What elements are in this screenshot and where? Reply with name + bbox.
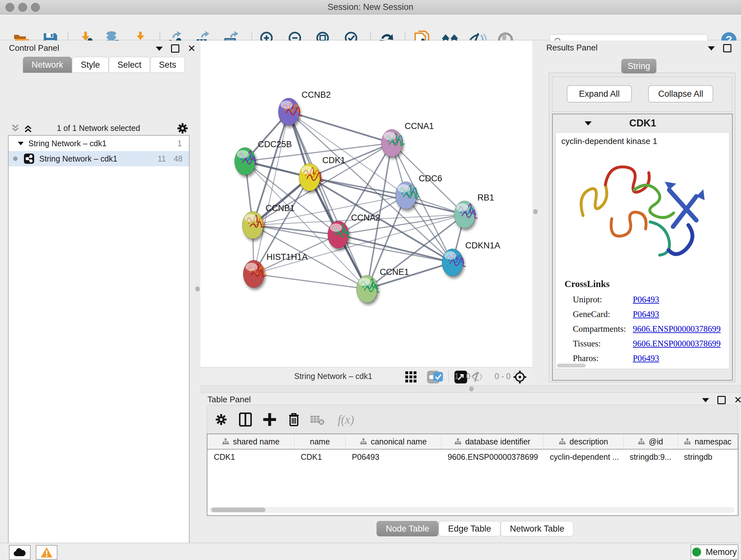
crosslink-value-link[interactable]: 9606.ENSP00000378699 xyxy=(633,324,721,334)
crosslink-value-link[interactable]: P06493 xyxy=(633,309,659,319)
crosslink-label: Pharos: xyxy=(573,354,633,363)
table-row[interactable]: CDK1CDK1P064939606.ENSP00000378699cyclin… xyxy=(207,449,738,464)
tab-style[interactable]: Style xyxy=(72,57,109,73)
collapse-all-button[interactable]: Collapse All xyxy=(648,85,713,103)
edge-CCNB2-CCNE1[interactable] xyxy=(289,112,367,289)
table-panel-title: Table Panel xyxy=(207,395,251,405)
table-hscrollbar-thumb[interactable] xyxy=(211,508,266,512)
show-columns-icon[interactable] xyxy=(238,411,253,428)
crosslink-value-link[interactable]: P06493 xyxy=(633,354,659,363)
table-gear-icon[interactable] xyxy=(213,411,229,428)
tab-network-table[interactable]: Network Table xyxy=(501,521,574,537)
gene-card-scrollbar[interactable] xyxy=(557,364,586,368)
node-CCNB2[interactable]: CCNB2 xyxy=(278,90,331,125)
right-splitter-handle[interactable] xyxy=(533,209,538,214)
column-header-canonical-name[interactable]: canonical name xyxy=(345,434,441,449)
tab-network[interactable]: Network xyxy=(23,57,72,73)
netbar-separator xyxy=(448,370,449,383)
panel-menu-icon[interactable] xyxy=(708,46,715,51)
network-canvas[interactable]: CCNB2CCNA1CDC25BCDK1CDC6RB1CCNB1CCNA2CDK… xyxy=(200,41,532,367)
tab-edge-table[interactable]: Edge Table xyxy=(439,521,500,537)
node-CDC25B[interactable]: CDC25B xyxy=(234,139,292,175)
selected-checkbox-icon[interactable] xyxy=(433,372,443,381)
panel-close-icon[interactable]: ✕ xyxy=(740,45,741,51)
panel-float-icon[interactable] xyxy=(718,396,726,404)
memory-button[interactable]: Memory xyxy=(690,544,738,560)
table-cell[interactable]: 9606.ENSP00000378699 xyxy=(441,449,543,464)
network-collection-row[interactable]: String Network – cdk1 1 xyxy=(9,136,189,151)
crosslink-label: Compartments: xyxy=(573,324,633,334)
panel-float-icon[interactable] xyxy=(171,44,179,53)
panel-close-icon[interactable]: ✕ xyxy=(734,397,741,403)
collection-expand-triangle-icon[interactable] xyxy=(17,141,24,146)
network-view-title: String Network – cdk1 xyxy=(294,372,373,381)
node-highlight xyxy=(246,263,258,271)
node-table-grid[interactable]: shared namenamecanonical namedatabase id… xyxy=(207,434,738,464)
birdseye-grid-icon[interactable] xyxy=(404,370,418,384)
table-cell[interactable]: cyclin-dependent ... xyxy=(543,449,623,464)
table-cell[interactable]: CDK1 xyxy=(207,449,294,464)
expand-all-button[interactable]: Expand All xyxy=(567,85,632,103)
panel-menu-icon[interactable] xyxy=(702,398,709,402)
network-options-gear-icon[interactable] xyxy=(177,122,189,134)
crosslinks-list: Uniprot:P06493GeneCard:P06493Compartment… xyxy=(573,292,723,366)
cytoscape-window: Session: New Session xyxy=(0,0,741,560)
edge-HIST1H1A-CCNE1[interactable] xyxy=(254,274,367,289)
crosslink-value-link[interactable]: 9606.ENSP00000378699 xyxy=(633,339,721,349)
edge-CCNB2-CCNA1[interactable] xyxy=(289,112,392,143)
gene-collapse-triangle-icon[interactable] xyxy=(585,121,592,125)
tab-node-table[interactable]: Node Table xyxy=(377,521,439,537)
delete-column-trash-icon[interactable] xyxy=(286,411,301,428)
panel-menu-icon[interactable] xyxy=(156,47,163,51)
column-header-label: namespac xyxy=(695,437,731,446)
warning-status-button[interactable] xyxy=(36,545,57,560)
network-edges xyxy=(245,112,465,289)
network-list: String Network – cdk1 1 String Network –… xyxy=(8,135,190,560)
panel-float-icon[interactable] xyxy=(723,44,731,52)
column-header-database-identifier[interactable]: database identifier xyxy=(441,434,543,449)
gene-card: CDK1 cyclin-dependent kinase 1 CrossLink… xyxy=(552,114,733,381)
node-CDKN1A[interactable]: CDKN1A xyxy=(442,241,500,276)
hidden-eye-slash-icon[interactable] xyxy=(471,371,484,382)
crosslink-value-link[interactable]: P06493 xyxy=(633,295,659,305)
table-hscrollbar[interactable] xyxy=(209,507,735,513)
delete-table-icon[interactable] xyxy=(310,411,325,428)
column-header-@id[interactable]: @id xyxy=(623,434,677,449)
cloud-status-button[interactable] xyxy=(9,545,30,560)
add-column-icon[interactable] xyxy=(262,411,277,428)
horizontal-splitter-handle[interactable] xyxy=(469,386,474,391)
fit-crosshair-icon[interactable] xyxy=(513,370,527,384)
selected-count: 1 - 0 xyxy=(455,372,470,381)
tab-select[interactable]: Select xyxy=(109,57,150,73)
column-header-namespac[interactable]: namespac xyxy=(677,434,738,449)
edge-CCNB2-HIST1H1A[interactable] xyxy=(254,112,289,274)
window-title: Session: New Session xyxy=(0,2,741,12)
function-builder-fx[interactable]: f(x) xyxy=(332,411,360,428)
control-panel-tabs: NetworkStyleSelectSets xyxy=(23,57,185,73)
edge-CCNA2-CDKN1A[interactable] xyxy=(338,235,453,262)
column-header-description[interactable]: description xyxy=(543,434,623,449)
tab-string[interactable]: String xyxy=(621,59,657,73)
protein-structure-image xyxy=(574,152,714,276)
column-header-label: name xyxy=(310,437,330,446)
tab-sets[interactable]: Sets xyxy=(150,57,185,73)
gene-card-header[interactable]: CDK1 xyxy=(553,114,732,132)
table-cell[interactable]: stringdb xyxy=(677,449,738,464)
left-splitter-handle[interactable] xyxy=(195,287,200,292)
crosslink-row: Uniprot:P06493 xyxy=(573,292,723,307)
status-bar: Memory xyxy=(0,543,741,560)
node-RB1[interactable]: RB1 xyxy=(454,193,494,228)
node-CCNA1[interactable]: CCNA1 xyxy=(381,121,434,157)
column-header-shared-name[interactable]: shared name xyxy=(207,434,294,449)
column-header-name[interactable]: name xyxy=(294,434,345,449)
network-graph[interactable]: CCNB2CCNA1CDC25BCDK1CDC6RB1CCNB1CCNA2CDK… xyxy=(200,41,532,367)
table-cell[interactable]: stringdb:9... xyxy=(623,449,677,464)
horizontal-splitter[interactable] xyxy=(200,385,741,393)
panel-close-icon[interactable]: ✕ xyxy=(188,45,196,52)
string-network-badge-icon xyxy=(24,153,34,164)
table-cell[interactable]: P06493 xyxy=(345,449,441,464)
network-view-toolbar: String Network – cdk1 1 - 0 0 - 0 xyxy=(200,367,532,386)
table-cell[interactable]: CDK1 xyxy=(294,449,345,464)
network-row-selected[interactable]: String Network – cdk1 11 48 xyxy=(9,151,189,166)
table-toolbar: f(x) xyxy=(207,405,738,434)
